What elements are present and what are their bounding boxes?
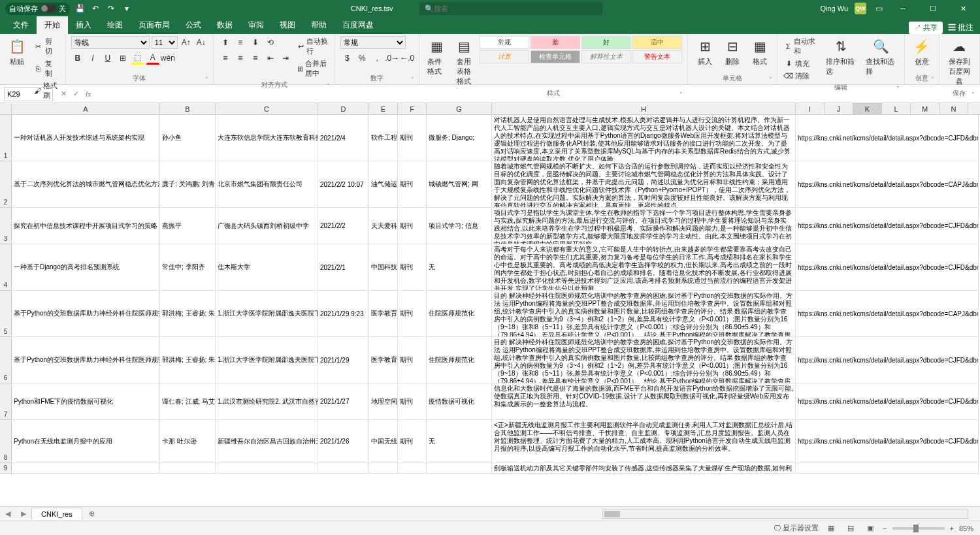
tab-draw[interactable]: 绘图 (99, 16, 131, 34)
italic-button[interactable]: I (86, 52, 99, 65)
cell[interactable]: 2021/2/2 10:07 (318, 161, 369, 207)
cell[interactable]: 无 (427, 244, 492, 290)
row-header[interactable]: 5 (0, 291, 11, 337)
tab-insert[interactable]: 插入 (68, 16, 99, 34)
tab-formulas[interactable]: 公式 (178, 16, 209, 34)
sort-filter-button[interactable]: ⇅排序和筛选 (823, 36, 859, 78)
cell[interactable]: 燕振平 (160, 208, 216, 244)
find-select-button[interactable]: 🔍查找和选择 (863, 36, 899, 78)
tab-review[interactable]: 审阅 (240, 16, 272, 34)
zoom-slider[interactable] (892, 527, 945, 530)
indent-increase-button[interactable]: ⇥ (279, 52, 292, 65)
close-button[interactable]: ✕ (951, 0, 975, 17)
cell[interactable]: 2021/2/1 (318, 244, 369, 290)
cell[interactable]: 信息化和大数据时代提供了海量的数据源,而FME平台和自然开发语言Python给数… (492, 383, 796, 419)
cell[interactable] (398, 463, 427, 473)
cell[interactable]: 地理空间信 (369, 383, 398, 419)
sheet-nav-next[interactable]: ▶ (16, 510, 31, 518)
cell[interactable]: 目的 解决神经外科住院医师规范化培训中的教学查房的困难,探讨基于Python的交… (492, 337, 796, 383)
cell[interactable]: 谭仁春; 江威; 马艾文 (160, 383, 216, 419)
merge-center-button[interactable]: ⊞合并后居中 (296, 58, 329, 79)
cell[interactable]: 无 (427, 420, 492, 462)
redo-icon[interactable]: ↷ (105, 3, 117, 14)
style-good[interactable]: 好 (581, 36, 631, 49)
column-header-D[interactable]: D (318, 103, 369, 114)
style-bad[interactable]: 差 (531, 36, 580, 49)
row-header[interactable]: 8 (0, 420, 11, 463)
cell[interactable]: 一种基于Django的高考排名预测系统 (12, 244, 160, 290)
align-bottom-button[interactable]: ⬇ (249, 36, 262, 49)
link-cell[interactable]: https://kns.cnki.net/kcms/detail/detail.… (796, 208, 979, 244)
cell[interactable]: 2021/1/29 9:23 (318, 291, 369, 336)
cell[interactable]: 油气储运 (369, 161, 398, 207)
row-header[interactable]: 2 (0, 161, 11, 208)
cell[interactable]: 期刊 (398, 115, 427, 161)
format-cells-button[interactable]: ▦格式 (748, 36, 772, 68)
link-cell[interactable]: https://kns.cnki.net/kcms/detail/detail.… (796, 244, 979, 290)
page-layout-view-button[interactable]: ▤ (843, 523, 858, 534)
column-header-J[interactable]: J (825, 103, 853, 114)
column-header-B[interactable]: B (160, 103, 216, 114)
column-header-L[interactable]: L (882, 103, 911, 114)
cell[interactable]: 期刊 (398, 383, 427, 419)
cell[interactable]: 北京市燃气集团有限责任公司 (216, 161, 318, 207)
cell[interactable]: 微服务; Django; (427, 115, 492, 161)
cell[interactable]: 廉子; 关鸿鹏; 刘青; (160, 161, 216, 207)
zoom-out-button[interactable]: − (883, 525, 887, 532)
style-check[interactable]: 检查单元格 (531, 50, 580, 63)
align-right-button[interactable]: ≡ (249, 52, 262, 65)
insert-cells-button[interactable]: ⊞插入 (693, 36, 717, 68)
tab-baidu[interactable]: 百度网盘 (335, 16, 382, 34)
cell[interactable]: 目的 解决神经外科住院医师规范化培训中的教学查房的困难,探讨基于Python的交… (492, 291, 796, 336)
wrap-text-button[interactable]: ↩自动换行 (296, 36, 329, 57)
column-header-E[interactable]: E (369, 103, 398, 114)
user-avatar[interactable]: QW (855, 3, 866, 14)
name-box[interactable]: K29▾ (4, 87, 53, 101)
toggle-switch[interactable] (41, 5, 56, 12)
link-cell[interactable]: https://kns.cnki.net/kcms/detail/detail.… (796, 337, 979, 383)
cells-area[interactable]: 一种对话机器人开发技术综述与系统架构实现孙小鱼大连东软信息学院大连东软教育科技2… (12, 115, 979, 474)
cell[interactable]: 基于二次序列优化算法的城市燃气管网稳态优化方法 网 (12, 161, 160, 207)
row-header[interactable]: 6 (0, 337, 11, 383)
conditional-format-button[interactable]: ▦条件格式 (425, 36, 448, 78)
border-button[interactable]: ⊞ (116, 52, 129, 65)
styles-gallery[interactable]: 常规 差 好 适中 计算 检查单元格 解释性文本 警告文本 (480, 36, 682, 63)
link-cell[interactable]: https://kns.cnki.net/kcms/detail/detail.… (796, 115, 979, 161)
cell[interactable]: Python和FME下的疫情数据可视化 (12, 383, 160, 419)
autosave-toggle[interactable]: 自动保存 关 (5, 3, 70, 15)
column-header-G[interactable]: G (427, 103, 492, 114)
zoom-level[interactable]: 85% (959, 525, 973, 532)
fx-button[interactable]: fx (86, 90, 91, 98)
cell[interactable]: 项目式学习; 信息 (427, 208, 492, 244)
row-header[interactable]: 7 (0, 383, 11, 420)
paste-button[interactable]: 📋 粘贴 (5, 36, 29, 68)
column-header-A[interactable]: A (12, 103, 160, 114)
align-left-button[interactable]: ≡ (219, 52, 232, 65)
clear-button[interactable]: ⌫清除 (783, 71, 819, 82)
cell[interactable] (12, 463, 160, 473)
cell[interactable]: 1.浙江大学医学院附属邵逸夫医院下 (216, 291, 318, 336)
cell[interactable]: 新疆维吾尔自治区昌吉回族自治州无 (216, 420, 318, 462)
cell[interactable]: 医学教育研 (369, 337, 398, 383)
cell[interactable]: 天天爱科学 (369, 208, 398, 244)
cell[interactable]: 郭洪梅; 王睿扬; 朱正 (160, 337, 216, 383)
style-calc[interactable]: 计算 (480, 50, 529, 63)
column-header-C[interactable]: C (216, 103, 318, 114)
cell[interactable]: 高考对于每个人来说都有重大的意义,它可能是人生中的转折点,由来越多的学生都需要靠… (492, 244, 796, 290)
cell[interactable]: 大连东软信息学院大连东软教育科技 (216, 115, 318, 161)
cell[interactable]: 探究在初中信息技术课程中开展项目式学习的策略 (12, 208, 160, 244)
search-box[interactable]: 🔍 (419, 2, 602, 15)
cell[interactable]: 项目式学习是指以学生为课堂主体,学生在教师的指导下选择一个学习项目进行整体构思,… (492, 208, 796, 244)
delete-cells-button[interactable]: ⊟删除 (721, 36, 744, 68)
tab-view[interactable]: 视图 (272, 16, 303, 34)
style-explain[interactable]: 解释性文本 (581, 50, 631, 63)
cell[interactable]: 基于Python的交班数据库助力神经外科住院医师规范化 (12, 291, 160, 336)
cell[interactable]: 中国科技信 (369, 244, 398, 290)
fill-button[interactable]: ⬇填充 (783, 58, 819, 69)
cell[interactable]: 软件工程 (369, 115, 398, 161)
cell[interactable]: <正>新疆无线电监测月报工作主要利用监测软件半自动完成监测任务,利用人工对监测数… (492, 420, 796, 462)
accounting-button[interactable]: $ (340, 52, 353, 65)
baidu-save-button[interactable]: ☁保存到 百度网盘 (945, 36, 974, 88)
normal-view-button[interactable]: ▦ (824, 523, 838, 534)
cell[interactable]: 住院医师规范化 (427, 337, 492, 383)
